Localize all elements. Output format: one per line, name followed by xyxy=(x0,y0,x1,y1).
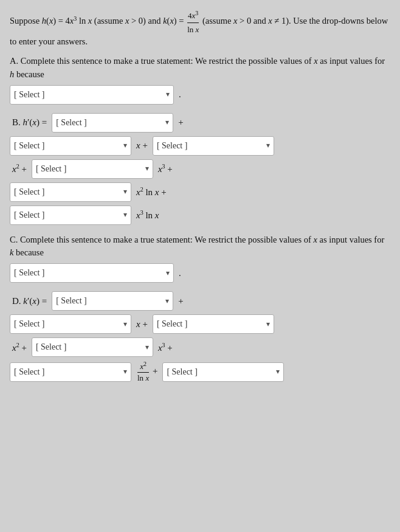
section-d-row2-x3: x3 + xyxy=(156,342,175,353)
section-b-row3-x2lnx: x2 ln x + xyxy=(134,186,169,198)
section-b-row4: [ Select ] x3 ln x xyxy=(10,206,390,225)
section-d-row2-select[interactable]: [ Select ] xyxy=(32,337,153,357)
section-b-row1-select-right[interactable]: [ Select ] xyxy=(153,136,274,156)
section-d-row1: [ Select ] x + [ Select ] xyxy=(10,314,390,334)
section-b-row3-select[interactable]: [ Select ] xyxy=(10,182,131,202)
section-d-row2-x2: x2 + xyxy=(10,342,29,353)
section-d: D. k′(x) = [ Select ] + [ Select ] x + [… xyxy=(10,291,390,383)
section-b-row4-select[interactable]: [ Select ] xyxy=(10,206,131,225)
section-d-main-select[interactable]: [ Select ] xyxy=(52,291,173,311)
section-b-row2-x3: x3 + xyxy=(156,163,175,174)
section-b-row1-select-left-label: [ Select ] xyxy=(14,141,45,151)
section-d-row1-x: x + xyxy=(134,319,150,330)
section-c-select-label: [ Select ] xyxy=(14,268,45,278)
section-b-header: B. h′(x) = [ Select ] + xyxy=(10,113,390,133)
section-b-row1-select-left[interactable]: [ Select ] xyxy=(10,136,131,156)
section-d-row2-select-label: [ Select ] xyxy=(36,342,67,352)
section-c-period: . xyxy=(176,268,184,278)
section-d-label: D. k′(x) = xyxy=(10,296,49,306)
section-d-row1-select-left[interactable]: [ Select ] xyxy=(10,314,131,334)
section-b-row3: [ Select ] x2 ln x + xyxy=(10,182,390,202)
section-d-row3-select-left[interactable]: [ Select ] xyxy=(10,362,131,382)
section-d-row3-select-right-label: [ Select ] xyxy=(167,367,198,377)
section-d-row1-select-left-label: [ Select ] xyxy=(14,319,45,329)
section-b-row2-select[interactable]: [ Select ] xyxy=(32,159,153,179)
section-a-select-label: [ Select ] xyxy=(14,90,45,100)
section-d-plus1: + xyxy=(176,296,185,306)
section-c: C. Complete this sentence to make a true… xyxy=(10,233,390,283)
section-d-row1-select-right[interactable]: [ Select ] xyxy=(153,314,274,334)
section-b-row1: [ Select ] x + [ Select ] xyxy=(10,136,390,156)
section-b-row2-select-label: [ Select ] xyxy=(36,164,67,174)
section-b-row1-select-right-label: [ Select ] xyxy=(157,141,188,151)
section-b-row2: x2 + [ Select ] x3 + xyxy=(10,159,390,179)
section-c-select[interactable]: [ Select ] xyxy=(10,263,174,283)
section-b-row2-x2: x2 + xyxy=(10,163,29,174)
section-b-plus1: + xyxy=(176,117,185,128)
section-a-period: . xyxy=(176,89,184,100)
fraction-kx: 4x3 ln x xyxy=(186,9,200,35)
section-d-row3: [ Select ] x2 ln x + [ Select ] xyxy=(10,361,390,383)
section-b-row4-x3lnx: x3 ln x xyxy=(134,209,162,221)
section-a-select[interactable]: [ Select ] xyxy=(10,85,174,105)
section-b-row3-select-label: [ Select ] xyxy=(14,187,45,197)
section-a-row: [ Select ] . xyxy=(10,85,390,105)
section-b-row4-select-label: [ Select ] xyxy=(14,210,45,220)
section-c-row: [ Select ] . xyxy=(10,263,390,283)
section-b-label: B. h′(x) = xyxy=(10,117,49,128)
section-d-row3-frac: x2 ln x + xyxy=(134,361,160,383)
section-b: B. h′(x) = [ Select ] + [ Select ] x + [… xyxy=(10,113,390,225)
intro-paragraph: Suppose h(x) = 4x3 ln x (assume x > 0) a… xyxy=(10,9,390,49)
section-b-main-select-label: [ Select ] xyxy=(56,118,87,128)
section-d-fraction: x2 ln x xyxy=(136,361,150,383)
section-d-row3-select-left-label: [ Select ] xyxy=(14,367,45,377)
section-d-row3-select-right[interactable]: [ Select ] xyxy=(162,362,284,382)
section-d-row1-select-right-label: [ Select ] xyxy=(157,319,188,329)
section-d-header: D. k′(x) = [ Select ] + xyxy=(10,291,390,311)
section-d-row2: x2 + [ Select ] x3 + xyxy=(10,337,390,357)
section-a-label: A. Complete this sentence to make a true… xyxy=(10,55,390,81)
section-c-label: C. Complete this sentence to make a true… xyxy=(10,233,390,260)
section-a: A. Complete this sentence to make a true… xyxy=(10,55,390,105)
section-d-main-select-label: [ Select ] xyxy=(56,296,87,306)
section-b-main-select[interactable]: [ Select ] xyxy=(52,113,173,133)
section-b-row1-x: x + xyxy=(134,140,150,151)
